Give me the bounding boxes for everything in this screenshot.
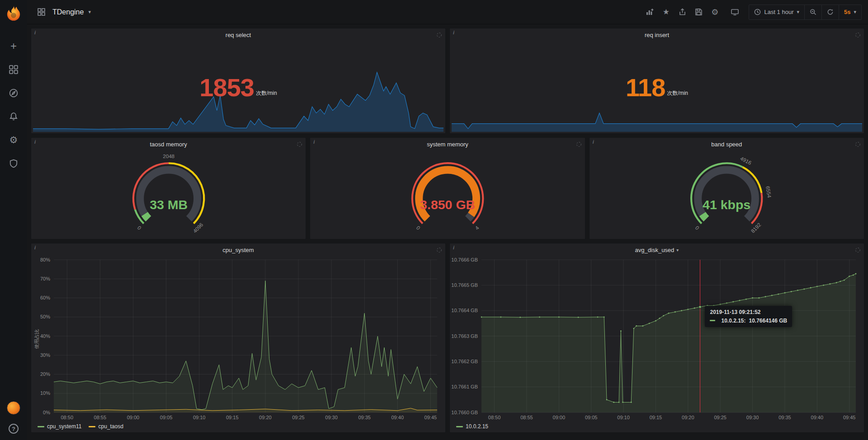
sidebar: + ⚙ ?	[0, 0, 27, 440]
legend-item[interactable]: 10.0.2.15	[456, 423, 488, 430]
alerting-bell-icon[interactable]	[8, 111, 19, 122]
band-speed-gauge: 049166554819241 kbps	[675, 151, 778, 238]
panel-header[interactable]: i band speed	[590, 138, 864, 150]
info-icon[interactable]: i	[34, 245, 36, 250]
svg-text:10.7663 GB: 10.7663 GB	[452, 333, 478, 339]
legend: cpu_system11 cpu_taosd	[33, 421, 442, 431]
refresh-interval-caret-icon: ▾	[854, 9, 856, 15]
cpu-system-chart[interactable]: 0%10%20%30%40%50%60%70%80%08:5008:5509:0…	[33, 256, 442, 421]
info-icon[interactable]: i	[593, 139, 594, 145]
dashboard-grid: i req select 1853 次数/min i req	[27, 24, 868, 440]
info-icon[interactable]: i	[453, 30, 454, 35]
panel-header[interactable]: i req select	[31, 28, 445, 41]
svg-text:09:30: 09:30	[746, 415, 759, 420]
svg-text:09:00: 09:00	[127, 415, 140, 420]
clock-icon	[754, 9, 761, 15]
panel-taosd-memory: i taosd memory 02048409633 MB	[31, 137, 306, 239]
panel-avg-disk-used: i avg_disk_used ▾ 10.7660 GB10.7661 GB10…	[449, 243, 864, 433]
legend: 10.0.2.15	[452, 421, 860, 431]
top-navbar: TDengine ▾ ★ ⚙	[27, 0, 868, 24]
panel-title[interactable]: req insert	[645, 32, 669, 38]
loading-spinner-icon	[436, 247, 442, 255]
info-icon[interactable]: i	[34, 139, 36, 145]
legend-item[interactable]: cpu_taosd	[89, 423, 123, 430]
add-panel-icon[interactable]	[643, 5, 656, 19]
panel-header[interactable]: i avg_disk_used ▾	[450, 243, 864, 256]
star-icon[interactable]: ★	[659, 5, 673, 19]
svg-text:09:45: 09:45	[843, 415, 856, 420]
svg-text:10.7664 GB: 10.7664 GB	[452, 308, 478, 313]
dashboard-title[interactable]: TDengine	[52, 8, 84, 16]
svg-text:80%: 80%	[40, 257, 50, 262]
create-plus-icon[interactable]: +	[8, 41, 19, 51]
panel-title[interactable]: req select	[226, 32, 251, 38]
svg-text:09:05: 09:05	[160, 415, 173, 420]
dashboards-icon[interactable]	[8, 64, 19, 75]
svg-text:0: 0	[415, 225, 421, 231]
panel-title[interactable]: band speed	[711, 141, 742, 148]
svg-text:60%: 60%	[40, 295, 50, 300]
svg-text:10.7662 GB: 10.7662 GB	[452, 359, 478, 364]
svg-text:30%: 30%	[40, 352, 50, 358]
legend-item[interactable]: cpu_system11	[38, 423, 81, 430]
info-icon[interactable]: i	[453, 245, 454, 250]
help-icon[interactable]: ?	[9, 424, 19, 434]
avg-disk-used-chart[interactable]: 10.7660 GB10.7661 GB10.7662 GB10.7663 GB…	[452, 256, 860, 421]
share-icon[interactable]	[675, 5, 689, 19]
save-icon[interactable]	[692, 5, 705, 19]
zoom-out-button[interactable]	[804, 5, 821, 19]
panel-title[interactable]: avg_disk_used	[635, 247, 675, 253]
svg-text:3.850 GB: 3.850 GB	[420, 197, 475, 212]
loading-spinner-icon	[855, 247, 861, 255]
svg-text:09:20: 09:20	[259, 415, 272, 420]
svg-text:20%: 20%	[40, 371, 50, 377]
refresh-interval-button[interactable]: 5s ▾	[839, 5, 861, 19]
settings-gear-icon[interactable]: ⚙	[708, 5, 722, 19]
info-icon[interactable]: i	[34, 30, 36, 35]
svg-text:09:25: 09:25	[714, 415, 726, 420]
panel-header[interactable]: i cpu_system	[31, 243, 445, 256]
dashboard-caret-icon[interactable]: ▾	[88, 9, 91, 15]
panel-header[interactable]: i taosd memory	[31, 138, 306, 150]
cycle-view-tv-icon[interactable]	[728, 5, 741, 19]
svg-text:09:35: 09:35	[778, 415, 791, 420]
panel-band-speed: i band speed 049166554819241 kbps	[589, 137, 864, 239]
grafana-app: + ⚙ ? TDengine ▾	[0, 0, 868, 440]
svg-text:09:40: 09:40	[811, 415, 824, 420]
refresh-interval-label: 5s	[844, 9, 850, 15]
server-admin-shield-icon[interactable]	[8, 158, 19, 169]
refresh-button[interactable]	[821, 5, 839, 19]
loading-spinner-icon	[855, 141, 861, 149]
singlestat-unit: 次数/min	[667, 89, 688, 97]
svg-text:50%: 50%	[40, 314, 50, 319]
panel-title[interactable]: system memory	[427, 141, 468, 148]
svg-text:09:30: 09:30	[325, 415, 338, 420]
svg-text:2048: 2048	[163, 153, 175, 159]
panel-title[interactable]: cpu_system	[222, 247, 254, 253]
svg-text:0%: 0%	[43, 410, 50, 415]
loading-spinner-icon	[576, 141, 582, 149]
svg-text:0: 0	[694, 225, 701, 231]
explore-compass-icon[interactable]	[8, 88, 19, 98]
dashboard-grid-icon[interactable]	[34, 5, 48, 19]
user-avatar[interactable]	[7, 401, 20, 415]
panel-header[interactable]: i system memory	[310, 138, 585, 150]
svg-text:09:40: 09:40	[392, 415, 404, 420]
panel-title[interactable]: taosd memory	[150, 141, 187, 148]
zoom-out-icon	[810, 9, 816, 15]
panel-header[interactable]: i req insert	[450, 28, 864, 41]
panel-system-memory: i system memory 043.850 GB	[310, 137, 585, 239]
time-range-button[interactable]: Last 1 hour ▾	[749, 5, 804, 19]
svg-text:09:25: 09:25	[292, 415, 305, 420]
configuration-gear-icon[interactable]: ⚙	[8, 135, 19, 145]
singlestat-value: 118	[626, 73, 665, 102]
svg-text:09:10: 09:10	[617, 415, 630, 420]
svg-text:10.7666 GB: 10.7666 GB	[452, 257, 478, 262]
grafana-logo[interactable]	[5, 5, 23, 23]
svg-text:10.7661 GB: 10.7661 GB	[452, 384, 478, 389]
info-icon[interactable]: i	[313, 139, 315, 145]
svg-text:8192: 8192	[750, 221, 762, 234]
system-memory-gauge: 043.850 GB	[396, 151, 499, 238]
svg-text:33 MB: 33 MB	[150, 197, 188, 212]
panel-menu-caret-icon[interactable]: ▾	[676, 248, 679, 253]
